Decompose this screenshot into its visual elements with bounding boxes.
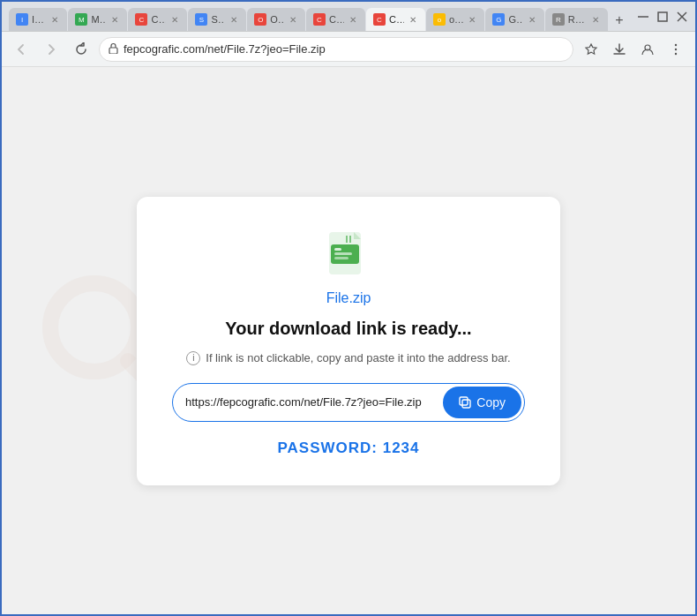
- nav-bar: fepcografic.com/net/File.7z?jeo=File.zip: [2, 32, 695, 67]
- svg-point-6: [675, 43, 677, 45]
- menu-button[interactable]: [663, 37, 688, 62]
- svg-rect-1: [658, 12, 667, 21]
- tab-10-close[interactable]: ✕: [590, 14, 601, 26]
- lock-icon: [109, 42, 118, 56]
- tab-1-close[interactable]: ✕: [49, 14, 60, 26]
- svg-rect-14: [334, 252, 352, 255]
- svg-rect-19: [460, 397, 468, 405]
- tab-6-close[interactable]: ✕: [348, 14, 358, 26]
- copy-button-label: Copy: [476, 395, 506, 409]
- svg-point-9: [50, 283, 139, 372]
- window-controls: [630, 11, 688, 23]
- copy-button[interactable]: Copy: [443, 387, 521, 418]
- profile-button[interactable]: [635, 37, 660, 62]
- svg-rect-4: [109, 48, 117, 54]
- tab-8-close[interactable]: ✕: [467, 14, 477, 26]
- tab-4[interactable]: S Ser ✕: [188, 8, 246, 31]
- bookmark-star-button[interactable]: [579, 37, 603, 62]
- tab-5-close[interactable]: ✕: [288, 14, 298, 26]
- tab-1[interactable]: I Indi ✕: [9, 8, 67, 31]
- address-text: fepcografic.com/net/File.7z?jeo=File.zip: [124, 42, 564, 56]
- minimize-button[interactable]: [637, 11, 649, 23]
- download-button[interactable]: [607, 37, 632, 62]
- file-zip-icon: [324, 229, 373, 278]
- nav-actions: [579, 37, 688, 62]
- info-icon: i: [186, 351, 200, 365]
- close-button[interactable]: [676, 11, 688, 23]
- tab-7-close[interactable]: ✕: [408, 14, 418, 26]
- svg-point-7: [675, 48, 677, 49]
- tab-9-close[interactable]: ✕: [527, 14, 537, 26]
- reload-button[interactable]: [69, 37, 94, 62]
- download-card: File.zip Your download link is ready... …: [137, 197, 560, 485]
- download-title: Your download link is ready...: [225, 319, 471, 339]
- tab-2-close[interactable]: ✕: [109, 14, 120, 26]
- tab-3-close[interactable]: ✕: [169, 14, 180, 26]
- tabs-area: I Indi ✕ M Me: ✕ C Clic ✕ S Ser ✕ O: [9, 2, 630, 31]
- svg-point-8: [675, 52, 677, 54]
- tab-4-close[interactable]: ✕: [229, 14, 239, 26]
- tab-9[interactable]: G Get ✕: [485, 8, 543, 31]
- tab-8[interactable]: o opti ✕: [426, 8, 484, 31]
- title-bar: I Indi ✕ M Me: ✕ C Clic ✕ S Ser ✕ O: [2, 2, 695, 32]
- restore-button[interactable]: [656, 11, 669, 23]
- info-row: i If link is not clickable, copy and pas…: [186, 351, 510, 365]
- tab-10[interactable]: R Ring ✕: [545, 8, 608, 31]
- file-icon-wrapper: [324, 229, 373, 282]
- tab-3[interactable]: C Clic ✕: [128, 8, 187, 31]
- password-display: PASSWORD: 1234: [277, 439, 419, 457]
- file-name-link[interactable]: File.zip: [326, 290, 371, 306]
- link-row: Copy: [172, 383, 525, 422]
- copy-icon: [459, 396, 471, 409]
- page-content: RISK.COM File.zip: [2, 67, 695, 614]
- svg-rect-13: [334, 248, 341, 251]
- tab-6[interactable]: C Clic ✕: [306, 8, 365, 31]
- back-button[interactable]: [9, 37, 34, 62]
- svg-rect-15: [334, 257, 348, 259]
- link-input[interactable]: [173, 387, 440, 417]
- address-bar[interactable]: fepcografic.com/net/File.7z?jeo=File.zip: [99, 37, 573, 62]
- tab-2[interactable]: M Me: ✕: [68, 8, 127, 31]
- info-text: If link is not clickable, copy and paste…: [206, 351, 510, 364]
- svg-rect-18: [462, 400, 470, 408]
- tab-7-active[interactable]: C Clic ✕: [366, 8, 425, 31]
- browser-window: I Indi ✕ M Me: ✕ C Clic ✕ S Ser ✕ O: [0, 0, 697, 616]
- tab-5[interactable]: O Offi ✕: [247, 8, 305, 31]
- new-tab-button[interactable]: +: [609, 10, 630, 31]
- forward-button[interactable]: [39, 37, 64, 62]
